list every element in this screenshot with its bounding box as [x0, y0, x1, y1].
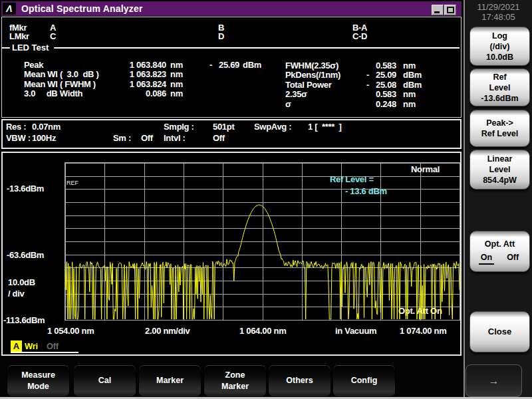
window-title: Optical Spectrum Analyzer [21, 3, 143, 14]
peak-to-ref-level-button[interactable]: Peak-> Ref Level [469, 110, 530, 147]
result-value: - 25.08 [315, 80, 396, 90]
lmkr-c: C [50, 32, 56, 41]
others-line1: Others [286, 375, 313, 386]
result-label: Mean Wl ( 3.0 dB ) [24, 70, 98, 79]
smplg-value: 501pt [213, 122, 234, 132]
linear-level-button[interactable]: Linear Level 854.4pW [469, 150, 530, 190]
intvl-value: Off [213, 134, 225, 143]
result-label: σ [285, 100, 291, 109]
result-label: 2.35σ [285, 90, 307, 99]
trace-off-label: Off [47, 342, 59, 351]
smplg-label: Smplg : [164, 122, 194, 132]
result-value: 0.086 [88, 89, 166, 98]
result-value: 1 063.840 [88, 61, 166, 70]
result-value: 0.583 [315, 61, 396, 70]
result-unit: nm [170, 61, 183, 70]
legend-dash [2, 47, 10, 49]
x-axis-scale-label: 2.00 nm/div [145, 327, 190, 336]
res-value: 0.07nm [32, 122, 61, 132]
result-unit: nm [170, 89, 183, 98]
intvl-label: Intvl : [164, 134, 186, 143]
vbw-label: VBW : [6, 134, 31, 143]
result-unit: nm [403, 61, 416, 70]
x-axis-center-label: 1 064.00 nm [239, 327, 286, 336]
ref-level-button[interactable]: Ref Level -13.6dBm [469, 68, 530, 106]
arrow-right-icon: → [489, 375, 499, 387]
y-axis-label-mid: -63.6dBm [7, 251, 44, 260]
result-unit: dBm [403, 70, 422, 80]
result-label: 3.0 dB Width [24, 89, 82, 98]
linear-level-line2: Level [489, 164, 511, 175]
result-unit: nm [403, 100, 416, 109]
zone-marker-button[interactable]: Zone Marker [203, 364, 267, 397]
time-label: 17:48:05 [465, 12, 532, 22]
opt-att-on-option[interactable]: On [479, 252, 494, 265]
peak-to-ref-line2: Ref Level [481, 128, 519, 139]
config-button[interactable]: Config [332, 364, 396, 397]
result-value2: - 25.69 [187, 61, 239, 70]
result-unit: nm [403, 90, 416, 99]
result-unit: nm [170, 70, 183, 79]
minimize-button[interactable] [432, 5, 444, 15]
lmkr-label: LMkr [9, 32, 29, 41]
y-scale-label-2: / div [8, 289, 25, 299]
result-value: 0.248 [315, 100, 396, 109]
spectrum-plot: REF Normal Ref Level = - 13.6 dBm Opt. A… [65, 162, 460, 321]
x-axis-start-label: 1 054.00 nm [47, 327, 94, 336]
trace-tag-underline [11, 352, 78, 353]
swpavg-value: 1 [ **** ] [308, 122, 342, 132]
linear-level-line3: 854.4pW [483, 175, 517, 186]
legend-line [54, 47, 460, 49]
log-div-button[interactable]: Log (/div) 10.0dB [469, 27, 530, 66]
zone-marker-line2: Marker [221, 381, 249, 392]
x-axis-medium-label: in Vacuum [335, 327, 376, 336]
close-button-label: Close [488, 327, 511, 337]
measure-mode-button[interactable]: Measure Mode [7, 364, 70, 397]
y-axis-label-ref: -13.6dBm [7, 184, 44, 194]
cal-line1: Cal [98, 375, 111, 386]
marker-line1: Marker [156, 375, 184, 386]
x-axis-stop-label: 1 074.00 nm [400, 327, 446, 336]
opt-att-off-option[interactable]: Off [505, 252, 521, 265]
more-menu-button[interactable]: → [466, 364, 522, 397]
test-name: LED Test [10, 43, 50, 53]
date-label: 11/29/2021 [465, 2, 532, 12]
log-div-button-line3: 10.0dB [486, 52, 513, 63]
swpavg-label: SwpAvg : [254, 122, 291, 132]
opt-att-button[interactable]: Opt. Att On Off [469, 231, 530, 272]
measure-mode-line1: Measure [21, 370, 55, 381]
others-button[interactable]: Others [268, 364, 331, 397]
sm-label: Sm : [113, 134, 131, 143]
ref-level-button-line1: Ref [493, 72, 506, 82]
opt-att-title: Opt. Att [485, 239, 515, 249]
result-unit2: dBm [243, 61, 261, 70]
result-value: 1 063.824 [88, 80, 166, 89]
result-unit: nm [170, 80, 183, 89]
anritsu-logo-icon: Λ [3, 3, 16, 15]
graph-panel: -13.6dBm -63.6dBm 10.0dB / div -113.6dBm… [1, 152, 462, 356]
maximize-icon [447, 7, 454, 13]
cal-button[interactable]: Cal [73, 364, 136, 397]
log-div-button-line1: Log [492, 31, 507, 41]
marker-results-panel: fMkr A B B-A LMkr C D C-D LED Test Peak … [1, 17, 462, 118]
result-label: Peak [24, 61, 43, 70]
sm-value: Off [141, 134, 153, 143]
minimize-icon [434, 11, 440, 13]
datetime-display: 11/29/2021 17:48:05 [465, 2, 532, 22]
lmkr-cd: C-D [352, 32, 367, 41]
y-scale-label-1: 10.0dB [8, 278, 35, 287]
linear-level-line1: Linear [487, 154, 513, 164]
spectrum-trace [65, 163, 460, 320]
ref-level-button-line2: Level [489, 82, 511, 93]
trace-write-label: Wri [25, 342, 38, 351]
ref-level-button-line3: -13.6dBm [481, 93, 518, 104]
marker-button[interactable]: Marker [138, 364, 201, 397]
close-button[interactable]: Close [469, 311, 530, 352]
res-label: Res : [6, 122, 26, 132]
maximize-button[interactable] [444, 5, 456, 15]
trace-letter-badge: A [11, 340, 22, 352]
config-line1: Config [351, 375, 378, 386]
result-value: 1 063.823 [88, 70, 166, 79]
result-value: 0.583 [315, 90, 396, 99]
title-bar: Λ Optical Spectrum Analyzer [1, 1, 462, 16]
